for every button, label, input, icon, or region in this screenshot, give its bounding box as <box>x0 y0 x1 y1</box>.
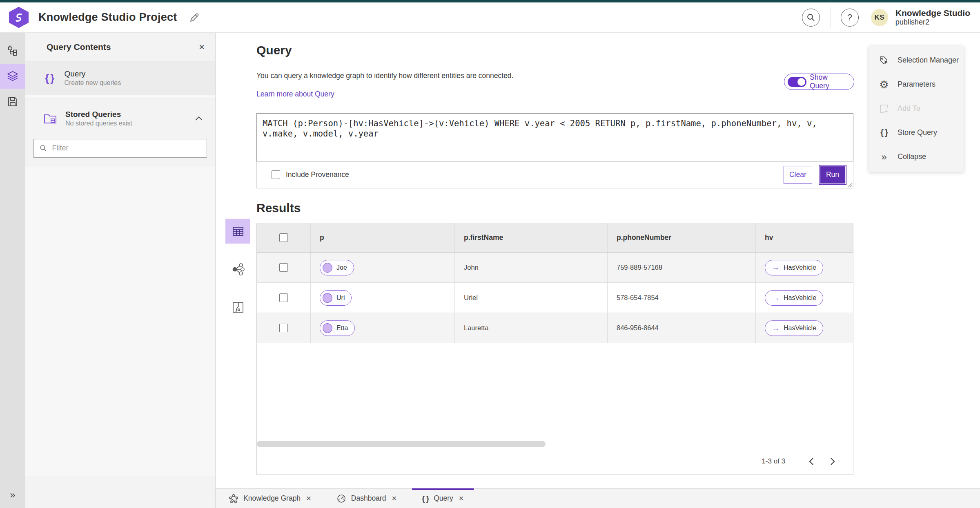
page-title: Query <box>256 43 292 57</box>
scrollbar-thumb[interactable] <box>257 441 546 447</box>
stored-queries-header[interactable]: Stored Queries No stored queries exist <box>25 99 215 132</box>
panel-empty-area <box>25 166 215 477</box>
include-provenance-checkbox[interactable] <box>272 170 280 179</box>
panel-header: Query Contents × <box>25 33 215 61</box>
query-contents-panel: Query Contents × { } Query Create new qu… <box>25 33 216 508</box>
table-row: Uri Uriel 578-654-7854 →HasVehicle <box>257 283 853 313</box>
tab-knowledge-graph[interactable]: Knowledge Graph × <box>219 489 321 508</box>
graph-view-icon[interactable] <box>225 257 250 282</box>
user-role: publisher2 <box>895 18 970 27</box>
search-icon <box>40 144 47 152</box>
user-info[interactable]: Knowledge Studio publisher2 <box>895 8 972 27</box>
results-title: Results <box>256 201 301 215</box>
clear-button[interactable]: Clear <box>784 166 812 184</box>
row-checkbox[interactable] <box>279 324 288 332</box>
cell-phone: 846-956-8644 <box>617 324 659 332</box>
relationship-chip[interactable]: →HasVehicle <box>765 290 823 306</box>
tab-dashboard[interactable]: Dashboard × <box>327 489 406 508</box>
gauge-icon <box>336 494 346 504</box>
column-header: p <box>320 233 324 242</box>
query-rail-icon[interactable] <box>0 64 25 89</box>
table-empty-area <box>257 343 853 440</box>
close-icon[interactable]: × <box>199 41 205 53</box>
close-icon[interactable]: × <box>459 494 464 503</box>
user-name: Knowledge Studio <box>895 8 970 18</box>
add-to-item: Add To <box>869 96 964 121</box>
show-query-label: Show Query <box>810 73 848 90</box>
resize-grip-icon[interactable] <box>847 182 853 188</box>
chevron-right-icon[interactable] <box>824 453 841 470</box>
braces-icon: { } <box>45 72 53 85</box>
map-view-icon[interactable] <box>225 295 250 320</box>
row-checkbox[interactable] <box>279 263 288 272</box>
braces-icon: { } <box>422 494 429 503</box>
panel-title: Query Contents <box>47 42 111 52</box>
query-item-subtitle: Create new queries <box>64 79 121 87</box>
filter-field <box>33 139 207 158</box>
column-header: hv <box>765 233 773 242</box>
parameters-item[interactable]: ⚙ Parameters <box>869 72 964 96</box>
app-logo-icon[interactable] <box>9 7 29 28</box>
entity-node-icon <box>323 293 332 303</box>
chevron-up-icon[interactable] <box>195 116 203 121</box>
add-to-icon <box>878 103 890 114</box>
filter-input[interactable] <box>52 144 201 152</box>
expand-panel-icon[interactable]: » <box>0 489 25 501</box>
entity-node-icon <box>323 323 332 333</box>
gear-icon: ⚙ <box>878 79 890 90</box>
avatar[interactable]: KS <box>871 9 888 26</box>
tab-query[interactable]: { } Query × <box>412 489 473 508</box>
chevron-left-icon[interactable] <box>803 453 820 470</box>
select-all-checkbox[interactable] <box>279 233 288 242</box>
query-description: You can query a knowledge graph to ident… <box>256 72 513 80</box>
cell-phone: 578-654-7854 <box>617 294 659 302</box>
pagination-range: 1-3 of 3 <box>762 457 785 465</box>
cell-first-name: Lauretta <box>464 324 489 332</box>
close-icon[interactable]: × <box>392 494 396 503</box>
header-divider <box>831 7 831 28</box>
store-query-item[interactable]: { } Store Query <box>869 121 964 145</box>
table-view-icon[interactable] <box>225 219 250 244</box>
network-icon <box>229 494 238 504</box>
entity-chip[interactable]: Etta <box>320 320 355 336</box>
close-icon[interactable]: × <box>306 494 311 503</box>
row-checkbox[interactable] <box>279 293 288 302</box>
stored-queries-subtitle: No stored queries exist <box>65 119 132 128</box>
run-button[interactable]: Run <box>820 166 846 184</box>
toggle-on-icon[interactable] <box>788 77 806 87</box>
entity-chip[interactable]: Uri <box>320 290 352 306</box>
saved-rail-icon[interactable] <box>0 89 25 114</box>
table-row: Etta Lauretta 846-956-8644 →HasVehicle <box>257 313 853 343</box>
query-textarea[interactable]: MATCH (p:Person)-[hv:HasVehicle]->(v:Veh… <box>256 113 853 161</box>
help-icon[interactable]: ? <box>841 9 859 27</box>
search-icon[interactable] <box>802 9 820 27</box>
table-footer: 1-3 of 3 <box>257 448 853 474</box>
entity-chip[interactable]: Joe <box>320 260 354 275</box>
relationship-chip[interactable]: →HasVehicle <box>765 320 823 336</box>
project-title: Knowledge Studio Project <box>38 11 177 24</box>
arrow-right-icon: → <box>772 263 780 272</box>
horizontal-scrollbar <box>257 440 853 448</box>
results-view-switcher <box>225 219 250 333</box>
collapse-item[interactable]: » Collapse <box>869 145 964 169</box>
column-header: p.phoneNumber <box>617 233 671 242</box>
main-content: Query You can query a knowledge graph to… <box>216 33 980 488</box>
header-actions: ? KS Knowledge Studio publisher2 <box>802 7 972 28</box>
knowledge-graph-rail-icon[interactable] <box>0 38 25 64</box>
query-list-item[interactable]: { } Query Create new queries <box>25 61 215 95</box>
tools-panel: Selection Manager ⚙ Parameters Add To { … <box>869 46 964 172</box>
learn-more-link[interactable]: Learn more about Query <box>256 90 334 98</box>
arrow-right-icon: → <box>772 324 780 333</box>
entity-node-icon <box>323 263 332 273</box>
relationship-chip[interactable]: →HasVehicle <box>765 260 823 275</box>
bottom-tab-bar: Knowledge Graph × Dashboard × { } Query … <box>216 488 980 508</box>
show-query-toggle[interactable]: Show Query <box>784 74 854 90</box>
stored-queries-title: Stored Queries <box>65 110 132 119</box>
cell-first-name: John <box>464 264 479 271</box>
left-rail: » <box>0 33 25 508</box>
column-header: p.firstName <box>464 233 503 242</box>
query-actions-bar: Include Provenance Clear Run <box>256 161 853 188</box>
query-editor: MATCH (p:Person)-[hv:HasVehicle]->(v:Veh… <box>256 113 853 188</box>
selection-manager-item[interactable]: Selection Manager <box>869 48 964 72</box>
edit-title-icon[interactable] <box>189 12 200 23</box>
